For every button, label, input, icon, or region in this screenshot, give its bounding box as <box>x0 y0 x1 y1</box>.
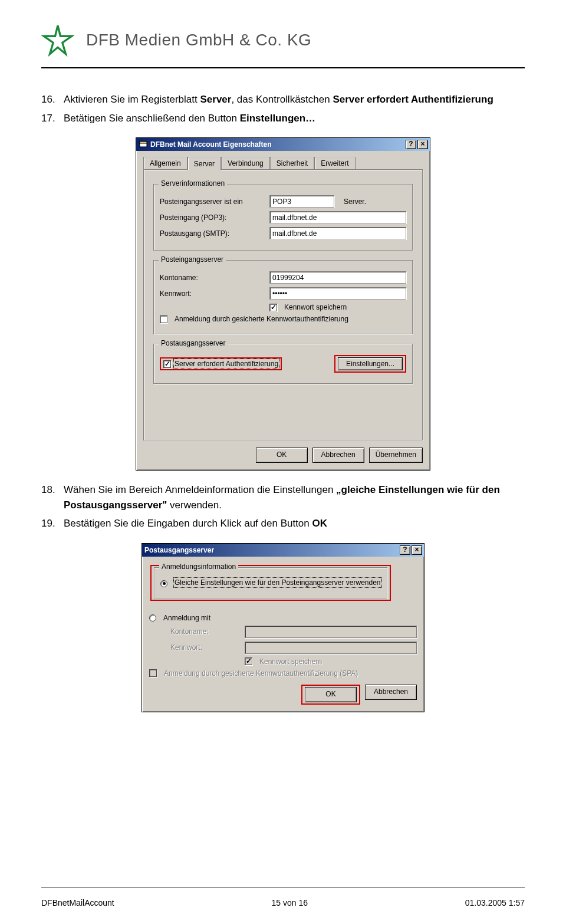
group-legend: Postausgangsserver <box>159 339 228 347</box>
group-legend: Serverinformationen <box>159 179 227 188</box>
group-legend: Anmeldungsinformation <box>159 563 238 571</box>
tab-panel-server: Serverinformationen Posteingangsserver i… <box>143 169 423 440</box>
header-rule <box>41 67 525 68</box>
tab-allgemein[interactable]: Allgemein <box>143 157 187 170</box>
group-legend: Posteingangsserver <box>159 255 226 264</box>
tab-verbindung[interactable]: Verbindung <box>221 157 270 170</box>
cancel-button[interactable]: Abbrechen <box>365 685 417 700</box>
group-login-info: Anmeldungsinformation Gleiche Einstellun… <box>154 567 387 599</box>
close-button[interactable]: × <box>417 140 428 149</box>
label-smtp: Postausgang (SMTP): <box>160 229 266 238</box>
label-account: Kontoname: <box>160 274 266 282</box>
step-number: 17. <box>41 111 64 126</box>
cancel-button[interactable]: Abbrechen <box>312 448 364 463</box>
save-password-label: Kennwort speichern <box>284 303 347 311</box>
group-serverinfo: Serverinformationen Posteingangsserver i… <box>153 184 413 251</box>
account-properties-dialog: DFBnet Mail Account Eigenschaften ? × Al… <box>136 137 430 471</box>
dfb-logo-icon <box>41 24 74 57</box>
instruction-steps-1: 16. Aktivieren Sie im Registerblatt Serv… <box>41 92 525 126</box>
spa-checkbox-disabled <box>149 669 157 677</box>
spa-label: Anmeldung durch gesicherte Kennwortauthe… <box>164 669 358 678</box>
svg-rect-2 <box>140 142 147 143</box>
same-settings-label: Gleiche Einstellungen wie für den Postei… <box>175 578 381 587</box>
suffix-server: Server. <box>344 198 366 206</box>
password-input[interactable]: •••••• <box>269 287 406 300</box>
outgoing-server-dialog: Postausgangsserver ? × Anmeldungsinforma… <box>142 543 424 712</box>
tab-erweitert[interactable]: Erweitert <box>314 157 355 170</box>
instruction-steps-2: 18. Wähen Sie im Bereich Anmeldeinformat… <box>41 482 525 531</box>
pop3-input[interactable]: mail.dfbnet.de <box>269 211 406 223</box>
doc-footer: DFBnetMailAccount 15 von 16 01.03.2005 1… <box>41 898 525 907</box>
app-icon <box>139 140 148 149</box>
account-input-disabled <box>245 626 417 638</box>
step-number: 18. <box>41 482 64 512</box>
same-settings-radio[interactable] <box>160 580 167 587</box>
footer-center: 15 von 16 <box>272 898 308 907</box>
footer-left: DFBnetMailAccount <box>41 898 114 907</box>
group-outgoing: Postausgangsserver Server erfordert Auth… <box>153 344 413 384</box>
dialog-buttons: OK Abbrechen <box>149 685 417 705</box>
ok-button[interactable]: OK <box>305 687 357 702</box>
titlebar: DFBnet Mail Account Eigenschaften ? × <box>136 138 430 151</box>
footer-rule <box>41 887 525 887</box>
group-incoming: Posteingangsserver Kontoname: 01999204 K… <box>153 260 413 334</box>
ok-button-highlight: OK <box>301 685 360 705</box>
step-text: Aktivieren Sie im Registerblatt Server, … <box>64 92 493 107</box>
save-password-checkbox-disabled <box>245 657 252 665</box>
label-password: Kennwort: <box>170 643 241 652</box>
server-auth-checkbox[interactable] <box>163 360 171 368</box>
smtp-input[interactable]: mail.dfbnet.de <box>269 227 406 239</box>
dialog-title: DFBnet Mail Account Eigenschaften <box>150 140 404 149</box>
tab-server[interactable]: Server <box>187 157 221 170</box>
dialog-title: Postausgangsserver <box>144 546 399 554</box>
dialog-buttons: OK Abbrechen Übernehmen <box>143 448 423 463</box>
tab-strip: Allgemein Server Verbindung Sicherheit E… <box>143 157 423 170</box>
close-button[interactable]: × <box>412 545 422 555</box>
label-password: Kennwort: <box>160 290 266 298</box>
step-number: 19. <box>41 516 64 531</box>
incoming-type-field: POP3 <box>269 195 334 208</box>
save-password-label: Kennwort speichern <box>259 657 322 666</box>
label-account: Kontoname: <box>170 627 241 636</box>
label-pop3: Posteingang (POP3): <box>160 213 266 222</box>
login-info-highlight: Anmeldungsinformation Gleiche Einstellun… <box>150 565 391 601</box>
login-with-label: Anmeldung mit <box>163 614 210 622</box>
login-with-radio[interactable] <box>149 614 156 622</box>
apply-button[interactable]: Übernehmen <box>369 448 423 463</box>
settings-button[interactable]: Einstellungen... <box>338 357 403 370</box>
doc-header: DFB Medien GmbH & Co. KG <box>41 24 525 57</box>
company-name: DFB Medien GmbH & Co. KG <box>86 31 311 50</box>
auth-checkbox-highlight: Server erfordert Authentifizierung <box>160 357 282 370</box>
spa-checkbox[interactable] <box>160 315 167 323</box>
password-input-disabled <box>245 642 417 654</box>
titlebar: Postausgangsserver ? × <box>142 544 424 557</box>
svg-marker-0 <box>44 25 71 54</box>
spa-label: Anmeldung durch gesicherte Kennwortauthe… <box>175 315 348 323</box>
ok-button[interactable]: OK <box>256 448 308 463</box>
step-text: Bestätigen Sie die Eingaben durch Klick … <box>64 516 327 531</box>
step-number: 16. <box>41 92 64 107</box>
save-password-checkbox[interactable] <box>269 304 277 311</box>
step-text: Wähen Sie im Bereich Anmeldeinformation … <box>64 482 525 512</box>
account-input[interactable]: 01999204 <box>269 271 406 284</box>
settings-button-highlight: Einstellungen... <box>334 355 406 373</box>
label-incoming-is: Posteingangsserver ist ein <box>160 198 266 206</box>
help-button[interactable]: ? <box>400 545 410 555</box>
footer-right: 01.03.2005 1:57 <box>465 898 525 907</box>
step-text: Betätigen Sie anschließend den Button Ei… <box>64 111 315 126</box>
tab-sicherheit[interactable]: Sicherheit <box>270 157 314 170</box>
server-auth-label: Server erfordert Authentifizierung <box>175 360 278 368</box>
help-button[interactable]: ? <box>406 140 416 149</box>
